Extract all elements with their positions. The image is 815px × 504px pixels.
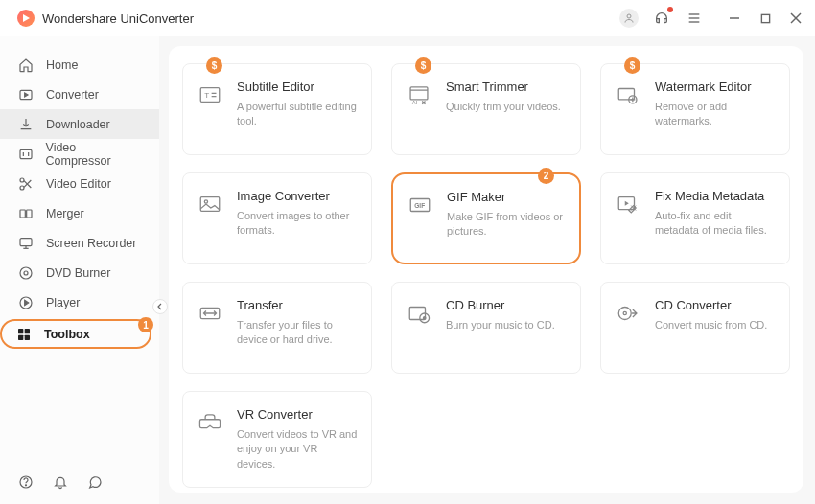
tool-card-metadata[interactable]: Fix Media MetadataAuto-fix and edit meta… [600, 172, 790, 264]
tool-card-text: Image ConverterConvert images to other f… [237, 189, 358, 239]
tool-card-trimmer[interactable]: $AISmart TrimmerQuickly trim your videos… [391, 63, 581, 155]
sidebar-label: Home [46, 58, 78, 72]
help-icon[interactable] [17, 473, 35, 491]
sidebar-item-toolbox[interactable]: Toolbox 1 [0, 319, 151, 349]
tool-card-transfer[interactable]: TransferTransfer your files to device or… [182, 282, 372, 374]
tool-card-text: Subtitle EditorA powerful subtitle editi… [237, 80, 358, 129]
svg-rect-25 [18, 329, 23, 333]
sidebar-label: Player [46, 296, 80, 309]
svg-rect-42 [200, 197, 220, 212]
tool-card-title: GIF Maker [447, 190, 566, 204]
tool-card-gif[interactable]: 2GIFGIF MakerMake GIF from videos or pic… [391, 172, 581, 264]
merger-icon [17, 205, 35, 222]
svg-point-1 [627, 14, 631, 18]
sidebar-item-player[interactable]: Player [0, 287, 159, 317]
svg-rect-6 [761, 14, 769, 22]
sidebar-item-dvd[interactable]: DVD Burner [0, 258, 159, 287]
svg-marker-0 [23, 14, 30, 22]
svg-rect-27 [18, 334, 23, 339]
svg-text:GIF: GIF [414, 202, 425, 209]
app-window: Wondershare UniConverter [0, 0, 815, 504]
close-icon[interactable] [786, 9, 805, 28]
gif-icon: GIF [407, 192, 433, 218]
tool-card-desc: Auto-fix and edit metadata of media file… [655, 209, 776, 239]
tool-card-title: Watermark Editor [655, 80, 776, 94]
tool-card-subtitle[interactable]: $TSubtitle EditorA powerful subtitle edi… [182, 63, 372, 155]
tool-card-text: Fix Media MetadataAuto-fix and edit meta… [655, 189, 776, 239]
vr-icon [197, 409, 223, 436]
avatar-icon[interactable] [619, 9, 639, 28]
bell-icon[interactable] [52, 473, 69, 491]
tool-card-text: Smart TrimmerQuickly trim your videos. [446, 80, 567, 114]
svg-point-51 [423, 317, 425, 319]
titlebar-left: Wondershare UniConverter [17, 10, 194, 27]
sidebar-label: DVD Burner [46, 266, 110, 280]
number-badge: 2 [538, 168, 554, 184]
sidebar-label: Merger [46, 207, 84, 220]
tool-card-watermark[interactable]: $Watermark EditorRemove or add watermark… [600, 63, 790, 155]
tool-card-title: VR Converter [237, 407, 358, 422]
app-logo [17, 10, 35, 27]
svg-point-53 [623, 311, 626, 314]
sidebar-bottom [0, 460, 159, 504]
sidebar-item-editor[interactable]: Video Editor [0, 169, 159, 198]
svg-point-12 [20, 178, 24, 182]
converter-icon [17, 86, 35, 103]
feedback-icon[interactable] [86, 473, 104, 491]
tool-card-vr[interactable]: VR ConverterConvert videos to VR and enj… [182, 391, 372, 488]
notification-dot [667, 7, 673, 12]
svg-point-52 [618, 308, 631, 320]
svg-rect-16 [20, 210, 25, 218]
tool-card-text: CD ConverterConvert music from CD. [655, 298, 776, 332]
main-area: $TSubtitle EditorA powerful subtitle edi… [159, 36, 815, 504]
tool-card-desc: Transfer your files to device or hard dr… [237, 318, 358, 348]
svg-point-22 [24, 271, 28, 275]
svg-point-13 [20, 186, 24, 190]
svg-marker-24 [25, 300, 29, 305]
tool-card-desc: Convert images to other formats. [237, 209, 358, 239]
titlebar: Wondershare UniConverter [0, 0, 815, 36]
transfer-icon [197, 300, 223, 327]
recorder-icon [17, 235, 35, 252]
tool-card-title: CD Converter [655, 298, 776, 312]
sidebar-badge: 1 [138, 317, 153, 332]
sidebar-item-converter[interactable]: Converter [0, 80, 159, 109]
tool-card-text: GIF MakerMake GIF from videos or picture… [447, 190, 566, 240]
spacer [0, 351, 159, 460]
tool-card-text: TransferTransfer your files to device or… [237, 298, 358, 348]
tool-card-title: Image Converter [237, 189, 358, 203]
cdconv-icon [615, 300, 641, 327]
maximize-icon[interactable] [756, 9, 775, 28]
sidebar-item-downloader[interactable]: Downloader [0, 109, 159, 139]
collapse-sidebar-button[interactable] [152, 299, 168, 314]
menu-icon[interactable] [685, 9, 704, 28]
tool-card-title: CD Burner [446, 298, 567, 312]
dollar-badge: $ [624, 57, 640, 74]
compressor-icon [17, 146, 35, 163]
sidebar-item-recorder[interactable]: Screen Recorder [0, 228, 159, 258]
download-icon [17, 116, 35, 133]
svg-rect-31 [200, 88, 220, 103]
tool-card-imageconv[interactable]: Image ConverterConvert images to other f… [182, 172, 372, 264]
sidebar-item-compressor[interactable]: Video Compressor [0, 139, 159, 169]
watermark-icon [615, 81, 641, 108]
svg-rect-11 [20, 149, 32, 158]
support-icon[interactable] [652, 9, 671, 28]
tool-card-title: Fix Media Metadata [655, 189, 776, 203]
sidebar-item-merger[interactable]: Merger [0, 198, 159, 228]
tool-card-cdconv[interactable]: CD ConverterConvert music from CD. [600, 282, 790, 374]
tool-card-desc: A powerful subtitle editing tool. [237, 100, 358, 129]
titlebar-right [619, 9, 805, 28]
tool-card-desc: Quickly trim your videos. [446, 100, 567, 114]
dollar-badge: $ [415, 57, 431, 74]
imageconv-icon [197, 191, 223, 218]
svg-point-43 [204, 200, 207, 203]
tool-card-title: Smart Trimmer [446, 80, 567, 94]
tool-card-text: VR ConverterConvert videos to VR and enj… [237, 407, 358, 471]
scissors-icon [17, 175, 35, 193]
minimize-icon[interactable] [725, 9, 744, 28]
sidebar-label: Converter [46, 88, 99, 102]
tool-card-title: Subtitle Editor [237, 80, 358, 94]
sidebar-item-home[interactable]: Home [0, 50, 159, 80]
tool-card-cdburn[interactable]: CD BurnerBurn your music to CD. [391, 282, 581, 374]
